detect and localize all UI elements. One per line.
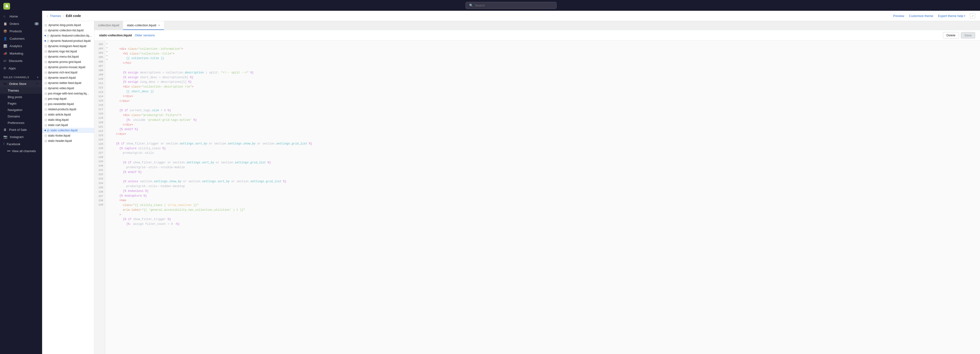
products-label: Products (10, 29, 22, 33)
file-icon-16: {/} (45, 108, 47, 111)
orders-icon: 📋 (3, 22, 7, 25)
file-item-11[interactable]: {/} dynamic-twitter-feed.liquid (42, 80, 94, 86)
sidebar-sub-preferences[interactable]: Preferences (0, 120, 42, 126)
left-nav: ⌂ Home 📋 Orders 9 📦 Products 👤 Customers… (0, 0, 42, 354)
analytics-icon: 📊 (3, 44, 7, 48)
instagram-icon: 📷 (3, 135, 7, 139)
breadcrumb-bar: ‹ Themes › Edit code Preview Customize t… (42, 11, 980, 21)
customize-theme-link[interactable]: Customize theme (909, 14, 933, 18)
file-item-12[interactable]: {/} dynamic-video.liquid (42, 86, 94, 91)
delete-button[interactable]: Delete (943, 32, 959, 38)
discounts-label: Discounts (9, 59, 22, 63)
file-item-0[interactable]: {/} dynamic-blog-posts.liquid (42, 22, 94, 28)
save-button[interactable]: Save (961, 32, 975, 38)
file-icon-7: {/} (45, 60, 47, 63)
pos-icon: 🖥 (3, 128, 7, 132)
file-item-10[interactable]: {/} dynamic-search.liquid (42, 75, 94, 80)
sidebar-sub-blog-posts[interactable]: Blog posts (0, 94, 42, 100)
file-item-20[interactable]: {/} static-collection.liquid (42, 128, 94, 133)
products-icon: 📦 (3, 29, 7, 33)
file-item-15[interactable]: {/} pxs-newsletter.liquid (42, 102, 94, 107)
file-item-3[interactable]: {/} dynamic-featured-product.liquid (42, 38, 94, 43)
search-input[interactable] (475, 3, 553, 7)
search-icon: 🔍 (469, 3, 473, 7)
online-store-eye-icon[interactable]: 👁 (36, 82, 39, 86)
file-item-17[interactable]: {/} static-article.liquid (42, 112, 94, 117)
file-icon-12: {/} (45, 87, 47, 90)
breadcrumb-left: ‹ Themes › Edit code (47, 14, 81, 18)
code-editor[interactable]: 102 103 104 105 106 107 108 109 110 111 … (94, 41, 980, 354)
file-item-16[interactable]: {/} related-products.liquid (42, 107, 94, 112)
file-item-13[interactable]: {/} pxs-image-with-text-overlay.liq... (42, 91, 94, 96)
themes-breadcrumb-link[interactable]: Themes (50, 14, 61, 18)
file-header: static-collection.liquid Older versions … (94, 30, 980, 41)
add-channel-icon[interactable]: + (37, 75, 39, 79)
file-icon-0: {/} (45, 24, 47, 27)
file-item-9[interactable]: {/} dynamic-rich-text.liquid (42, 70, 94, 75)
sidebar-item-online-store[interactable]: 🛍 Online Store 👁 (0, 80, 42, 87)
sidebar-item-instagram[interactable]: 📷 Instagram (0, 133, 42, 140)
sidebar-item-orders[interactable]: 📋 Orders 9 (0, 20, 42, 27)
sidebar-item-analytics[interactable]: 📊 Analytics (0, 42, 42, 50)
sidebar-item-marketing[interactable]: 📣 Marketing (0, 50, 42, 57)
tab-static-collection-liquid[interactable]: static-collection.liquid × (123, 21, 164, 30)
sidebar-sub-pages[interactable]: Pages (0, 100, 42, 107)
sidebar-item-facebook[interactable]: f Facebook (0, 140, 42, 148)
customers-icon: 👤 (3, 37, 7, 40)
file-item-19[interactable]: {/} static-cart.liquid (42, 122, 94, 128)
expert-theme-link[interactable]: Expert theme help ▾ (938, 14, 965, 18)
breadcrumb-separator: › (63, 14, 64, 17)
tab-collection-liquid[interactable]: collection.liquid (94, 21, 123, 30)
file-icon-17: {/} (45, 113, 47, 116)
file-item-18[interactable]: {/} static-blog.liquid (42, 117, 94, 122)
collapse-arrows: ▾ ▾ ▾ ▾ (105, 41, 109, 354)
older-versions-link[interactable]: Older versions (135, 33, 155, 37)
facebook-icon: f (3, 142, 4, 146)
file-icon-13: {/} (45, 92, 47, 95)
file-item-22[interactable]: {/} static-header.liquid (42, 138, 94, 143)
marketing-label: Marketing (10, 52, 23, 55)
line-numbers: 102 103 104 105 106 107 108 109 110 111 … (94, 41, 105, 354)
file-dot-20 (45, 130, 46, 131)
tabs-bar: collection.liquid static-collection.liqu… (94, 21, 980, 30)
expand-editor-button[interactable]: ⤢ (970, 13, 975, 18)
sidebar-item-pos[interactable]: 🖥 Point of Sale (0, 126, 42, 133)
chevron-down-icon: ▾ (964, 14, 965, 17)
home-icon: ⌂ (3, 14, 7, 18)
file-item-2[interactable]: {/} dynamic-featured-collection.liq... (42, 33, 94, 38)
file-item-7[interactable]: {/} dynamic-promo-grid.liquid (42, 59, 94, 65)
sales-channels-label: SALES CHANNELS (3, 76, 29, 79)
file-item-1[interactable]: {/} dynamic-collection-list.liquid (42, 28, 94, 33)
sidebar-item-discounts[interactable]: 🏷 Discounts (0, 57, 42, 65)
file-item-5[interactable]: {/} dynamic-logo-list.liquid (42, 49, 94, 54)
sidebar-sub-domains[interactable]: Domains (0, 113, 42, 120)
sidebar-sub-themes[interactable]: Themes (0, 87, 42, 94)
file-icon-4: {/} (45, 45, 47, 48)
content-row: {/} dynamic-blog-posts.liquid {/} dynami… (42, 21, 980, 354)
code-content[interactable]: <div class="collection--information"> <h… (109, 41, 980, 354)
sidebar-item-products[interactable]: 📦 Products (0, 27, 42, 35)
file-item-14[interactable]: {/} pxs-map.liquid (42, 96, 94, 102)
file-item-8[interactable]: {/} dynamic-promo-mosaic.liquid (42, 65, 94, 70)
search-bar[interactable]: 🔍 (466, 2, 557, 9)
file-icon-9: {/} (45, 71, 47, 74)
orders-badge: 9 (35, 22, 39, 25)
apps-label: Apps (9, 67, 16, 70)
nav-logo[interactable] (0, 0, 42, 13)
sales-channels-section: SALES CHANNELS + (0, 72, 42, 80)
file-header-filename: static-collection.liquid (99, 33, 132, 37)
preview-link[interactable]: Preview (893, 14, 904, 18)
sidebar-item-home[interactable]: ⌂ Home (0, 13, 42, 20)
file-item-4[interactable]: {/} dynamic-instagram-feed.liquid (42, 43, 94, 49)
file-icon-11: {/} (45, 82, 47, 84)
close-tab-icon[interactable]: × (158, 24, 160, 27)
breadcrumb-right: Preview Customize theme Expert theme hel… (893, 13, 975, 18)
marketing-icon: 📣 (3, 52, 7, 55)
sidebar-item-apps[interactable]: ⚙ Apps (0, 65, 42, 72)
file-item-6[interactable]: {/} dynamic-menu-list.liquid (42, 54, 94, 59)
sidebar-item-customers[interactable]: 👤 Customers (0, 35, 42, 42)
view-all-channels[interactable]: ••• View all channels (0, 148, 42, 154)
file-item-21[interactable]: {/} static-footer.liquid (42, 133, 94, 138)
main-content: 🔍 ‹ Themes › Edit code Preview Customize… (42, 0, 980, 354)
sidebar-sub-navigation[interactable]: Navigation (0, 107, 42, 113)
